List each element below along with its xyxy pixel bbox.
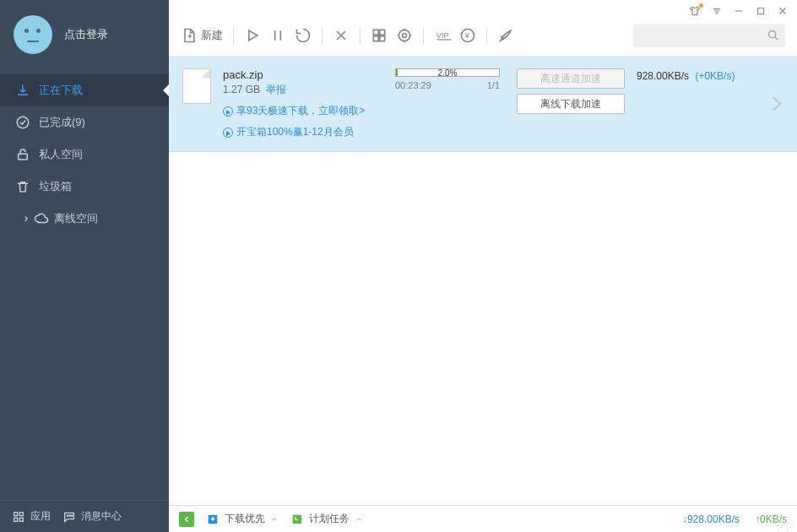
- sidebar-item-label: 垃圾箱: [39, 179, 72, 194]
- avatar[interactable]: [14, 15, 52, 54]
- separator: [360, 27, 361, 44]
- play-circle-icon: [223, 128, 233, 138]
- new-label: 新建: [201, 28, 223, 43]
- nav: 正在下载 已完成(9) 私人空间 垃圾箱: [0, 74, 169, 500]
- rocket-icon[interactable]: [497, 27, 514, 44]
- login-link[interactable]: 点击登录: [64, 27, 108, 42]
- speed-value: 928.00KB/s: [637, 70, 689, 82]
- sidebar-footer: 应用 消息中心: [0, 500, 169, 532]
- time-remaining: 00:23:29: [395, 80, 431, 90]
- chevron-right-icon: [22, 214, 30, 223]
- progress-bar: 2.0%: [395, 68, 500, 77]
- download-list: pack.zip 1.27 GB 举报 享93天极速下载，立即领取> 开宝箱10…: [169, 57, 797, 505]
- sidebar-item-trash[interactable]: 垃圾箱: [0, 171, 169, 203]
- progress-column: 2.0% 00:23:29 1/1: [395, 68, 505, 139]
- apps-label: 应用: [30, 509, 51, 524]
- progress-percent: 2.0%: [396, 68, 499, 78]
- svg-point-8: [72, 515, 73, 516]
- svg-point-6: [67, 515, 68, 516]
- promo-link-1[interactable]: 享93天极速下载，立即领取>: [223, 104, 383, 118]
- resize-grip[interactable]: ⋰⋰⋰: [777, 520, 795, 530]
- collapse-button[interactable]: [179, 512, 194, 527]
- statusbar: 下载优先 计划任务 ↓928.00KB/s ↑0KB/s ⋰⋰⋰: [169, 505, 797, 532]
- minimize-icon[interactable]: [733, 5, 745, 17]
- sidebar-item-offline[interactable]: 离线空间: [0, 203, 169, 235]
- messages-label: 消息中心: [81, 509, 122, 524]
- skin-icon[interactable]: [689, 5, 701, 17]
- target-icon[interactable]: [396, 27, 413, 44]
- sidebar-item-downloading[interactable]: 正在下载: [0, 74, 169, 106]
- sidebar-item-completed[interactable]: 已完成(9): [0, 106, 169, 138]
- priority-button[interactable]: 下载优先: [206, 512, 279, 526]
- search-input[interactable]: [640, 30, 767, 41]
- file-size: 1.27 GB: [223, 84, 260, 95]
- svg-rect-3: [19, 512, 23, 515]
- svg-text:¥: ¥: [464, 31, 470, 40]
- apps-icon: [12, 510, 25, 524]
- svg-rect-10: [373, 30, 378, 35]
- trash-icon: [15, 179, 30, 194]
- svg-rect-5: [19, 518, 23, 521]
- sidebar: 点击登录 正在下载 已完成(9) 私人空间: [0, 0, 169, 532]
- download-icon: [15, 83, 30, 98]
- speed-indicators: ↓928.00KB/s ↑0KB/s: [682, 513, 787, 525]
- chevron-up-icon: [355, 515, 363, 524]
- pause-icon[interactable]: [269, 27, 286, 44]
- parts-count: 1/1: [487, 80, 500, 90]
- apps-button[interactable]: 应用: [12, 509, 51, 524]
- close-icon[interactable]: [777, 5, 789, 17]
- svg-point-14: [398, 30, 409, 41]
- speed-column: 928.00KB/s (+0KB/s): [637, 68, 763, 139]
- new-icon: [181, 27, 198, 44]
- messages-button[interactable]: 消息中心: [62, 509, 122, 524]
- schedule-button[interactable]: 计划任务: [290, 512, 363, 526]
- vip-icon[interactable]: VIP: [434, 27, 451, 44]
- new-button[interactable]: 新建: [181, 27, 223, 44]
- highspeed-button: 高速通道加速: [517, 68, 625, 89]
- main: 新建 VIP: [169, 0, 797, 532]
- sidebar-item-label: 已完成(9): [39, 115, 85, 130]
- sidebar-item-label: 正在下载: [39, 83, 83, 98]
- toolbar: 新建 VIP: [169, 19, 797, 57]
- maximize-icon[interactable]: [755, 5, 767, 17]
- svg-point-15: [403, 34, 407, 38]
- download-speed: ↓928.00KB/s: [682, 513, 740, 525]
- file-name: pack.zip: [223, 68, 383, 81]
- promo-text: 享93天极速下载，立即领取>: [236, 104, 365, 118]
- qrcode-icon[interactable]: [371, 27, 388, 44]
- separator: [486, 27, 487, 44]
- separator: [233, 27, 234, 44]
- user-area: 点击登录: [0, 0, 169, 74]
- offline-accel-button[interactable]: 离线下载加速: [517, 94, 625, 114]
- sidebar-item-label: 离线空间: [54, 211, 98, 226]
- lock-icon: [15, 147, 30, 162]
- coin-icon[interactable]: ¥: [459, 27, 476, 44]
- svg-rect-11: [380, 30, 385, 35]
- play-icon[interactable]: [244, 27, 261, 44]
- separator: [423, 27, 424, 44]
- sidebar-item-private[interactable]: 私人空间: [0, 138, 169, 171]
- delete-icon[interactable]: [333, 27, 350, 44]
- schedule-icon: [290, 513, 304, 526]
- file-info: pack.zip 1.27 GB 举报 享93天极速下载，立即领取> 开宝箱10…: [223, 68, 383, 139]
- menu-icon[interactable]: [711, 5, 723, 17]
- chevron-right-icon[interactable]: [765, 93, 787, 115]
- svg-rect-9: [758, 8, 764, 14]
- svg-text:VIP: VIP: [436, 31, 449, 40]
- check-circle-icon: [15, 115, 30, 130]
- separator: [322, 27, 323, 44]
- message-icon: [62, 510, 76, 524]
- play-circle-icon: [223, 106, 233, 117]
- restart-icon[interactable]: [295, 27, 312, 44]
- search-icon[interactable]: [767, 29, 780, 42]
- promo-link-2[interactable]: 开宝箱100%赢1-12月会员: [223, 125, 383, 139]
- titlebar: [169, 0, 797, 19]
- search-box[interactable]: [633, 24, 785, 47]
- priority-icon: [206, 513, 220, 526]
- report-link[interactable]: 举报: [266, 84, 286, 95]
- svg-point-7: [69, 515, 70, 516]
- svg-rect-4: [14, 518, 18, 521]
- actions-column: 高速通道加速 离线下载加速: [517, 68, 625, 139]
- download-item[interactable]: pack.zip 1.27 GB 举报 享93天极速下载，立即领取> 开宝箱10…: [169, 57, 797, 152]
- speed-plus: (+0KB/s): [695, 70, 735, 82]
